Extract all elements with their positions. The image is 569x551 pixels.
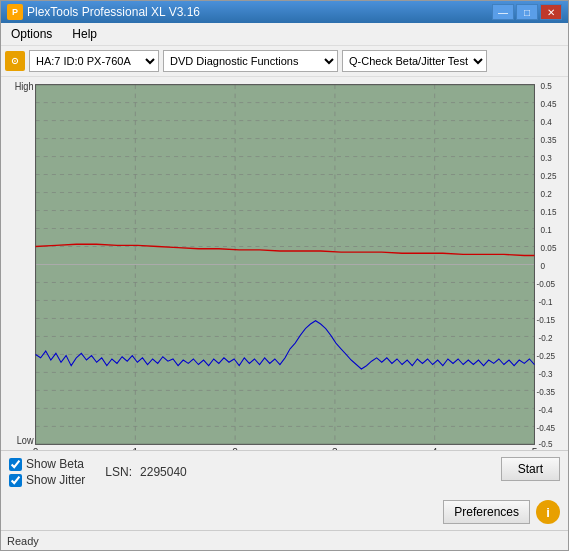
chart-area: High Low 0 1 2 3 4 5 0.5 0.45 0.4 0.35 0… bbox=[1, 77, 568, 450]
svg-text:0.3: 0.3 bbox=[541, 153, 553, 163]
svg-text:-0.4: -0.4 bbox=[539, 405, 553, 415]
svg-text:-0.2: -0.2 bbox=[539, 333, 553, 343]
status-text: Ready bbox=[7, 535, 39, 547]
svg-text:-0.5: -0.5 bbox=[539, 438, 553, 448]
drive-icon: ⊙ bbox=[5, 51, 25, 71]
svg-text:0.5: 0.5 bbox=[541, 81, 553, 91]
svg-text:-0.45: -0.45 bbox=[537, 423, 556, 433]
svg-text:-0.15: -0.15 bbox=[537, 315, 556, 325]
app-icon: P bbox=[7, 4, 23, 20]
svg-text:1: 1 bbox=[132, 445, 138, 450]
svg-text:0.35: 0.35 bbox=[541, 135, 557, 145]
svg-text:Low: Low bbox=[17, 435, 34, 447]
svg-text:0: 0 bbox=[33, 445, 39, 450]
svg-text:0.45: 0.45 bbox=[541, 99, 557, 109]
function-select[interactable]: DVD Diagnostic Functions bbox=[163, 50, 338, 72]
window-controls: — □ ✕ bbox=[492, 4, 562, 20]
toolbar: ⊙ HA:7 ID:0 PX-760A DVD Diagnostic Funct… bbox=[1, 46, 568, 77]
title-bar: P PlexTools Professional XL V3.16 — □ ✕ bbox=[1, 1, 568, 23]
show-jitter-label: Show Jitter bbox=[26, 473, 85, 487]
svg-text:-0.25: -0.25 bbox=[537, 351, 556, 361]
maximize-button[interactable]: □ bbox=[516, 4, 538, 20]
show-beta-checkbox[interactable] bbox=[9, 458, 22, 471]
svg-text:4: 4 bbox=[432, 445, 438, 450]
svg-text:3: 3 bbox=[332, 445, 338, 450]
svg-text:-0.35: -0.35 bbox=[537, 387, 556, 397]
menu-bar: Options Help bbox=[1, 23, 568, 46]
controls-row: Show Beta Show Jitter LSN: 2295040 Start bbox=[9, 457, 560, 487]
lsn-label: LSN: bbox=[105, 465, 132, 479]
svg-text:0.1: 0.1 bbox=[541, 225, 553, 235]
svg-text:0.4: 0.4 bbox=[541, 117, 553, 127]
svg-text:-0.1: -0.1 bbox=[539, 297, 553, 307]
window-title: PlexTools Professional XL V3.16 bbox=[27, 5, 492, 19]
close-button[interactable]: ✕ bbox=[540, 4, 562, 20]
svg-text:5: 5 bbox=[532, 445, 538, 450]
menu-help[interactable]: Help bbox=[66, 25, 103, 43]
svg-text:High: High bbox=[15, 81, 34, 93]
show-jitter-row: Show Jitter bbox=[9, 473, 85, 487]
svg-text:0.05: 0.05 bbox=[541, 243, 557, 253]
show-beta-row: Show Beta bbox=[9, 457, 85, 471]
preferences-button[interactable]: Preferences bbox=[443, 500, 530, 524]
drive-select[interactable]: HA:7 ID:0 PX-760A bbox=[29, 50, 159, 72]
lsn-value: 2295040 bbox=[140, 465, 187, 479]
right-buttons: Start bbox=[501, 457, 560, 481]
test-select[interactable]: Q-Check Beta/Jitter Test bbox=[342, 50, 487, 72]
lsn-area: LSN: 2295040 bbox=[105, 465, 186, 479]
minimize-button[interactable]: — bbox=[492, 4, 514, 20]
svg-text:0.15: 0.15 bbox=[541, 207, 557, 217]
svg-text:0: 0 bbox=[541, 261, 546, 271]
checkboxes-group: Show Beta Show Jitter bbox=[9, 457, 85, 487]
show-beta-label: Show Beta bbox=[26, 457, 84, 471]
svg-text:0.25: 0.25 bbox=[541, 171, 557, 181]
info-button[interactable]: i bbox=[536, 500, 560, 524]
show-jitter-checkbox[interactable] bbox=[9, 474, 22, 487]
bottom-panel: Show Beta Show Jitter LSN: 2295040 Start… bbox=[1, 450, 568, 530]
svg-text:0.2: 0.2 bbox=[541, 189, 553, 199]
chart-svg: High Low 0 1 2 3 4 5 0.5 0.45 0.4 0.35 0… bbox=[5, 79, 564, 450]
svg-text:-0.3: -0.3 bbox=[539, 369, 553, 379]
svg-text:-0.05: -0.05 bbox=[537, 279, 556, 289]
svg-text:2: 2 bbox=[232, 445, 238, 450]
main-window: P PlexTools Professional XL V3.16 — □ ✕ … bbox=[0, 0, 569, 551]
status-bar: Ready bbox=[1, 530, 568, 550]
start-button[interactable]: Start bbox=[501, 457, 560, 481]
prefs-row: Preferences i bbox=[9, 500, 560, 524]
menu-options[interactable]: Options bbox=[5, 25, 58, 43]
